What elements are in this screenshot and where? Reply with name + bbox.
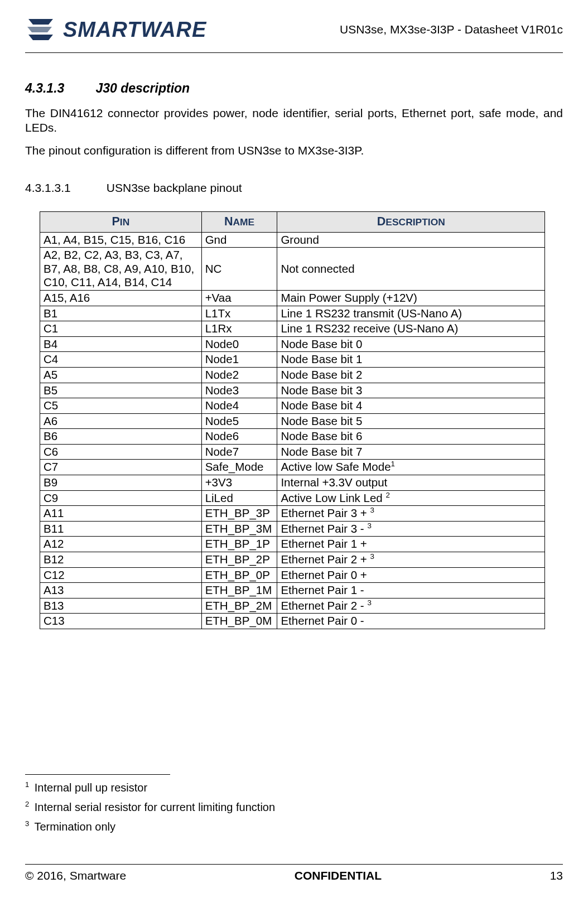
cell-name: ETH_BP_2M [201,598,277,614]
cell-pin: C13 [40,614,202,629]
cell-pin: A2, B2, C2, A3, B3, C3, A7, B7, A8, B8, … [40,248,202,291]
cell-name: ETH_BP_0M [201,614,277,629]
cell-pin: A12 [40,537,202,552]
cell-description: Node Base bit 0 [277,336,545,352]
table-row: C5Node4Node Base bit 4 [40,398,545,414]
cell-pin: A1, A4, B15, C15, B16, C16 [40,232,202,248]
cell-pin: C7 [40,460,202,475]
footnote-ref: 3 [367,522,371,530]
table-row: B9+3V3Internal +3.3V output [40,475,545,491]
col-header-desc: DESCRIPTION [277,211,545,232]
cell-name: Node0 [201,336,277,352]
cell-description: Ethernet Pair 1 + [277,537,545,552]
cell-pin: C12 [40,567,202,583]
cell-description: Ethernet Pair 3 - 3 [277,521,545,537]
cell-pin: A13 [40,583,202,599]
cell-pin: C5 [40,398,202,414]
cell-name: ETH_BP_1M [201,583,277,599]
subsection-title: USN3se backplane pinout [107,181,242,194]
cell-name: ETH_BP_0P [201,567,277,583]
cell-name: Gnd [201,232,277,248]
cell-description: Node Base bit 4 [277,398,545,414]
cell-name: Node7 [201,444,277,460]
body-paragraph: The pinout configuration is different fr… [25,143,563,158]
table-row: A2, B2, C2, A3, B3, C3, A7, B7, A8, B8, … [40,248,545,291]
cell-pin: C1 [40,321,202,337]
table-row: C13ETH_BP_0MEthernet Pair 0 - [40,614,545,629]
footnote: 1 Internal pull up resistor [25,781,563,794]
cell-name: Node4 [201,398,277,414]
subsection-heading: 4.3.1.3.1 USN3se backplane pinout [25,181,563,195]
cell-name: L1Tx [201,306,277,321]
cell-description: Ethernet Pair 3 + 3 [277,506,545,522]
table-row: B11ETH_BP_3MEthernet Pair 3 - 3 [40,521,545,537]
cell-name: +Vaa [201,290,277,306]
cell-pin: B6 [40,429,202,445]
footnote-number: 3 [25,819,29,828]
table-row: B4Node0Node Base bit 0 [40,336,545,352]
cell-description: Active Low Link Led 2 [277,490,545,506]
table-row: B13ETH_BP_2MEthernet Pair 2 - 3 [40,598,545,614]
footnote-ref: 3 [370,506,374,514]
cell-name: L1Rx [201,321,277,337]
cell-pin: C9 [40,490,202,506]
cell-pin: B5 [40,383,202,398]
cell-description: Ethernet Pair 2 - 3 [277,598,545,614]
logo-icon [25,17,56,42]
footer-confidential: CONFIDENTIAL [295,869,382,882]
cell-name: NC [201,248,277,291]
cell-description: Ethernet Pair 2 + 3 [277,552,545,568]
cell-description: Line 1 RS232 transmit (US-Nano A) [277,306,545,321]
footnote: 2 Internal serial resistor for current l… [25,801,563,814]
table-row: B1L1TxLine 1 RS232 transmit (US-Nano A) [40,306,545,321]
cell-pin: A11 [40,506,202,522]
cell-pin: A15, A16 [40,290,202,306]
cell-name: ETH_BP_2P [201,552,277,568]
table-row: A6Node5Node Base bit 5 [40,413,545,429]
cell-description: Ethernet Pair 0 + [277,567,545,583]
section-heading: 4.3.1.3 J30 description [25,81,563,96]
cell-name: ETH_BP_1P [201,537,277,552]
section-number: 4.3.1.3 [25,81,92,96]
footnotes: 1 Internal pull up resistor2 Internal se… [25,774,563,833]
cell-name: ETH_BP_3P [201,506,277,522]
table-row: B6Node6Node Base bit 6 [40,429,545,445]
footnote-ref: 2 [385,491,389,499]
cell-name: +3V3 [201,475,277,491]
cell-pin: B4 [40,336,202,352]
cell-description: Node Base bit 2 [277,367,545,383]
cell-name: Node3 [201,383,277,398]
cell-pin: C6 [40,444,202,460]
footnote: 3 Termination only [25,821,563,833]
body-paragraph: The DIN41612 connector provides power, n… [25,106,563,136]
cell-description: Main Power Supply (+12V) [277,290,545,306]
table-header-row: PIN NAME DESCRIPTION [40,211,545,232]
cell-pin: B11 [40,521,202,537]
footnote-ref: 3 [367,599,371,607]
cell-description: Ethernet Pair 0 - [277,614,545,629]
cell-description: Ethernet Pair 1 - [277,583,545,599]
cell-pin: C4 [40,352,202,368]
table-row: B5Node3Node Base bit 3 [40,383,545,398]
table-row: C12ETH_BP_0PEthernet Pair 0 + [40,567,545,583]
footer-rule [25,864,563,865]
logo: SMARTWARE [25,17,206,42]
table-row: C1L1RxLine 1 RS232 receive (US-Nano A) [40,321,545,337]
cell-description: Ground [277,232,545,248]
footnote-number: 1 [25,780,29,789]
footer-copyright: © 2016, Smartware [25,869,126,882]
cell-pin: B1 [40,306,202,321]
table-row: A5Node2Node Base bit 2 [40,367,545,383]
table-row: C6Node7Node Base bit 7 [40,444,545,460]
cell-description: Node Base bit 7 [277,444,545,460]
table-row: A11ETH_BP_3PEthernet Pair 3 + 3 [40,506,545,522]
cell-description: Node Base bit 3 [277,383,545,398]
table-row: A15, A16+VaaMain Power Supply (+12V) [40,290,545,306]
footer-page-number: 13 [550,869,563,882]
cell-pin: B9 [40,475,202,491]
cell-name: Node6 [201,429,277,445]
cell-description: Line 1 RS232 receive (US-Nano A) [277,321,545,337]
col-header-name: NAME [201,211,277,232]
pinout-table: PIN NAME DESCRIPTION A1, A4, B15, C15, B… [40,211,545,629]
cell-description: Node Base bit 5 [277,413,545,429]
